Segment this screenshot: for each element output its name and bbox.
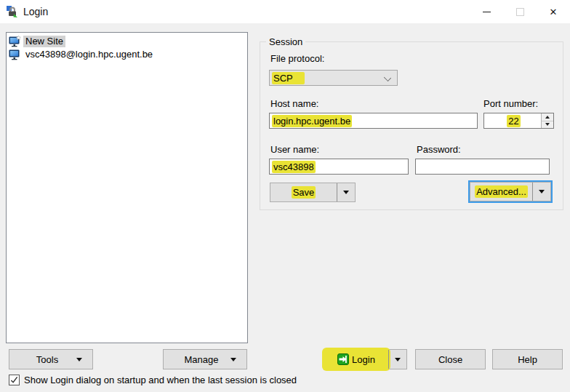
- startup-option-row: Show Login dialog on startup and when th…: [9, 375, 297, 385]
- minimize-button[interactable]: [470, 0, 503, 23]
- window-controls: ✕: [470, 0, 570, 23]
- title-bar: Login ✕: [0, 0, 570, 23]
- session-group: Session File protocol: SCP Host name: lo…: [260, 41, 563, 210]
- manage-button-label: Manage: [185, 354, 219, 365]
- startup-checkbox[interactable]: [9, 375, 20, 385]
- arrow-up-icon: [545, 116, 550, 119]
- save-dropdown-button[interactable]: [337, 183, 355, 201]
- user-name-label: User name:: [270, 144, 319, 155]
- maximize-icon: [516, 8, 524, 16]
- advanced-button-focus-ring: Advanced...: [468, 180, 553, 203]
- file-protocol-select[interactable]: SCP: [269, 70, 398, 86]
- site-list: New Site vsc43898@login.hpc.ugent.be: [6, 32, 248, 343]
- monitor-new-icon: [9, 36, 21, 47]
- chevron-down-icon: [384, 74, 391, 81]
- close-session-button[interactable]: Close: [415, 349, 486, 369]
- user-name-input[interactable]: vsc43898: [269, 159, 409, 175]
- maximize-button[interactable]: [503, 0, 537, 23]
- login-button-label: Login: [352, 354, 375, 365]
- checkmark-icon: [10, 376, 18, 384]
- host-name-label: Host name:: [270, 98, 318, 109]
- site-list-item-saved-site[interactable]: vsc43898@login.hpc.ugent.be: [7, 48, 247, 61]
- tools-button[interactable]: Tools: [9, 349, 93, 369]
- save-button-label: Save: [292, 186, 316, 199]
- winscp-app-icon: [6, 6, 19, 17]
- help-button[interactable]: Help: [492, 349, 563, 369]
- spinner-up-button[interactable]: [542, 113, 553, 121]
- caret-down-icon: [539, 190, 545, 193]
- monitor-icon: [9, 49, 21, 60]
- close-icon: ✕: [550, 7, 558, 17]
- caret-down-icon: [343, 191, 349, 194]
- save-button[interactable]: Save: [270, 183, 356, 202]
- login-dropdown-button[interactable]: [389, 350, 406, 369]
- site-list-item-label: vsc43898@login.hpc.ugent.be: [23, 49, 155, 60]
- advanced-dropdown-button[interactable]: [533, 183, 550, 201]
- caret-down-icon: [395, 358, 401, 361]
- host-name-input[interactable]: login.hpc.ugent.be: [269, 113, 478, 129]
- caret-down-icon: [230, 358, 236, 361]
- caret-down-icon: [76, 358, 82, 361]
- port-number-label: Port number:: [483, 98, 538, 109]
- login-button[interactable]: Login: [324, 349, 407, 369]
- port-spinner: [541, 113, 553, 128]
- help-button-label: Help: [518, 354, 537, 365]
- tools-button-label: Tools: [36, 354, 58, 365]
- spinner-down-button[interactable]: [542, 121, 553, 129]
- user-name-value: vsc43898: [272, 161, 316, 173]
- minimize-icon: [483, 12, 491, 12]
- startup-checkbox-label: Show Login dialog on startup and when th…: [24, 375, 297, 385]
- file-protocol-label: File protocol:: [270, 53, 324, 64]
- host-name-value: login.hpc.ugent.be: [272, 115, 352, 127]
- password-input[interactable]: [415, 159, 550, 175]
- site-list-item-new-site[interactable]: New Site: [7, 35, 247, 48]
- port-number-input[interactable]: 22: [483, 113, 554, 129]
- login-dialog: Login ✕ New Site: [0, 0, 570, 392]
- close-button-label: Close: [438, 354, 462, 365]
- manage-button[interactable]: Manage: [163, 349, 247, 369]
- file-protocol-value: SCP: [272, 72, 305, 84]
- window-title: Login: [23, 6, 48, 17]
- login-icon: [337, 353, 349, 365]
- close-button[interactable]: ✕: [537, 0, 570, 23]
- advanced-button[interactable]: Advanced...: [470, 182, 551, 201]
- session-group-label: Session: [266, 36, 305, 47]
- password-label: Password:: [417, 144, 461, 155]
- advanced-button-label: Advanced...: [475, 185, 528, 198]
- arrow-down-icon: [545, 123, 550, 126]
- site-list-item-label: New Site: [23, 36, 65, 47]
- port-number-value: 22: [507, 115, 520, 127]
